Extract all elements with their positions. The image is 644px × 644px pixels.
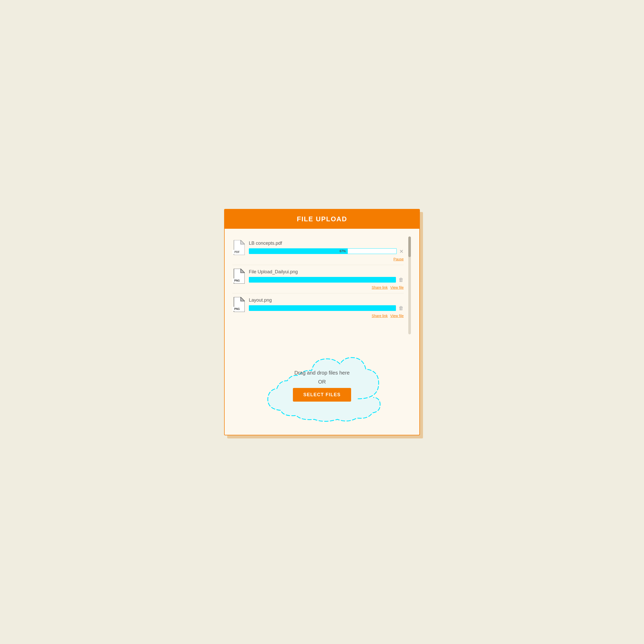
file-name-png1: File Upload_Dailyui.png xyxy=(249,269,404,275)
scrollbar-track xyxy=(408,236,411,334)
card-container: FILE UPLOAD PDF xyxy=(224,209,420,435)
progress-row-png1: 🗑 xyxy=(249,277,404,283)
file-actions-png2: Share link View file xyxy=(249,314,404,318)
svg-text:PNG: PNG xyxy=(234,308,240,310)
list-item: PNG File Upload_Dailyui.png 🗑 Share link xyxy=(232,265,404,293)
file-info-png2: Layout.png 🗑 Share link View file xyxy=(249,297,404,318)
scrollbar-thumb[interactable] xyxy=(408,236,411,257)
file-row: PDF LB concepts.pdf 67% xyxy=(232,240,404,261)
view-file-png1[interactable]: View file xyxy=(390,285,404,290)
file-name-png2: Layout.png xyxy=(249,297,404,303)
page-title: FILE UPLOAD xyxy=(297,215,347,223)
progress-bar-pdf: 67% xyxy=(249,248,397,254)
file-info-pdf: LB concepts.pdf 67% ✕ Pause xyxy=(249,240,404,261)
file-icon-pdf: PDF xyxy=(232,240,245,256)
share-link-png2[interactable]: Share link xyxy=(372,314,388,318)
file-name-pdf: LB concepts.pdf xyxy=(249,240,404,246)
file-actions-png1: Share link View file xyxy=(249,285,404,290)
file-row: PNG Layout.png 🗑 Share link View f xyxy=(232,297,404,318)
trash-icon[interactable]: 🗑 xyxy=(399,277,404,283)
main-card: FILE UPLOAD PDF xyxy=(224,209,420,435)
progress-row-png2: 🗑 xyxy=(249,305,404,311)
view-file-png2[interactable]: View file xyxy=(390,314,404,318)
svg-text:PNG: PNG xyxy=(234,279,240,282)
file-list: PDF LB concepts.pdf 67% xyxy=(232,236,406,334)
file-list-section: PDF LB concepts.pdf 67% xyxy=(225,229,419,342)
card-header: FILE UPLOAD xyxy=(225,209,419,229)
file-row: PNG File Upload_Dailyui.png 🗑 Share link xyxy=(232,269,404,290)
progress-row-pdf: 67% ✕ xyxy=(249,248,404,255)
dropzone-section: Drag and drop files here OR SELECT FILES xyxy=(225,342,419,435)
cloud-dropzone[interactable]: Drag and drop files here OR SELECT FILES xyxy=(260,347,384,425)
or-text: OR xyxy=(318,379,326,385)
progress-bar-png2-full xyxy=(249,305,396,311)
drag-drop-text: Drag and drop files here xyxy=(294,370,350,376)
file-icon-png1: PNG xyxy=(232,269,245,285)
progress-bar-png1-full xyxy=(249,277,396,283)
list-item: PNG Layout.png 🗑 Share link View f xyxy=(232,293,404,321)
svg-text:PDF: PDF xyxy=(234,251,240,253)
select-files-button[interactable]: SELECT FILES xyxy=(293,388,351,402)
file-info-png1: File Upload_Dailyui.png 🗑 Share link Vie… xyxy=(249,269,404,290)
trash-icon[interactable]: 🗑 xyxy=(399,305,404,311)
dropzone-content: Drag and drop files here OR SELECT FILES xyxy=(293,370,351,402)
scrollbar[interactable] xyxy=(408,236,412,334)
pause-link[interactable]: Pause xyxy=(393,257,404,261)
file-icon-png2: PNG xyxy=(232,297,245,313)
progress-label-pdf: 67% xyxy=(340,249,346,253)
file-actions-pdf: Pause xyxy=(249,257,404,261)
share-link-png1[interactable]: Share link xyxy=(372,285,388,290)
close-icon[interactable]: ✕ xyxy=(399,248,404,255)
list-item: PDF LB concepts.pdf 67% xyxy=(232,236,404,265)
progress-fill-pdf: 67% xyxy=(249,249,348,254)
